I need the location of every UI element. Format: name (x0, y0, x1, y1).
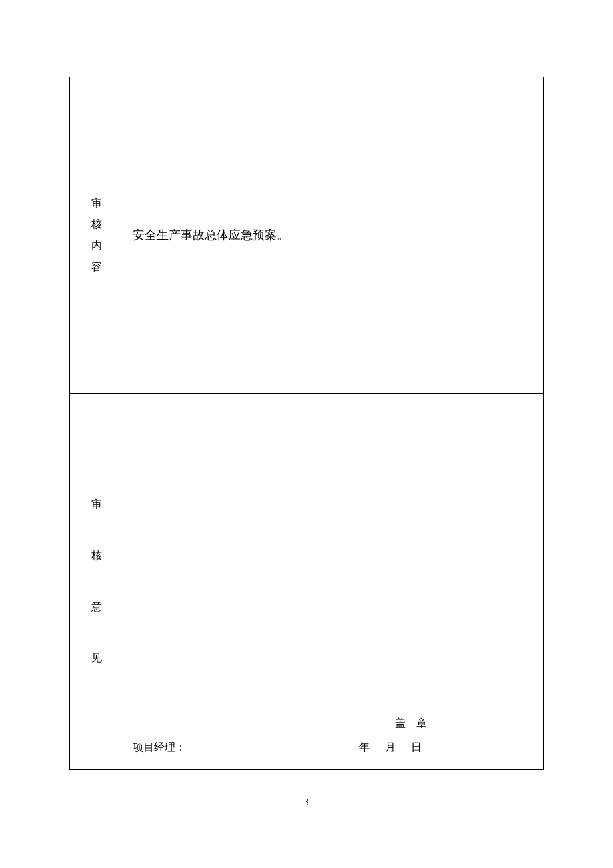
review-opinion-label-cell: 审 核 意 见 (70, 394, 123, 770)
stamp-line: 盖 章 (123, 717, 543, 731)
signature-date: 年月日 (359, 741, 422, 755)
review-opinion-label: 审 核 意 见 (70, 479, 123, 683)
document-page: 审 核 内 容 安全生产事故总体应急预案。 审 核 意 见 (0, 0, 613, 868)
label-char: 容 (91, 256, 102, 278)
label-char: 核 (91, 530, 102, 582)
label-char: 意 (91, 582, 102, 633)
review-content-label: 审 核 内 容 (70, 193, 123, 278)
date-year-label: 年 (359, 741, 370, 753)
stamp-label-char2: 章 (416, 717, 428, 729)
stamp-label-char1: 盖 (395, 717, 406, 729)
date-month-label: 月 (385, 741, 396, 753)
review-content-text: 安全生产事故总体应急预案。 (133, 228, 289, 242)
date-day-label: 日 (411, 741, 422, 753)
signature-role-label: 项目经理： (133, 741, 186, 755)
label-char: 审 (91, 479, 102, 530)
label-char: 内 (91, 235, 102, 256)
review-opinion-row: 审 核 意 见 盖 章 项目经理： 年月日 (70, 394, 544, 770)
label-char: 审 (91, 193, 102, 214)
review-content-value-cell: 安全生产事故总体应急预案。 (123, 77, 544, 394)
review-opinion-value-cell: 盖 章 项目经理： 年月日 (123, 394, 544, 770)
signature-line: 项目经理： 年月日 (133, 741, 534, 755)
review-content-label-cell: 审 核 内 容 (70, 77, 123, 394)
label-char: 见 (91, 633, 102, 684)
label-char: 核 (91, 214, 102, 235)
review-form-table: 审 核 内 容 安全生产事故总体应急预案。 审 核 意 见 (69, 77, 544, 770)
page-number: 3 (0, 797, 613, 808)
review-content-row: 审 核 内 容 安全生产事故总体应急预案。 (70, 77, 544, 394)
